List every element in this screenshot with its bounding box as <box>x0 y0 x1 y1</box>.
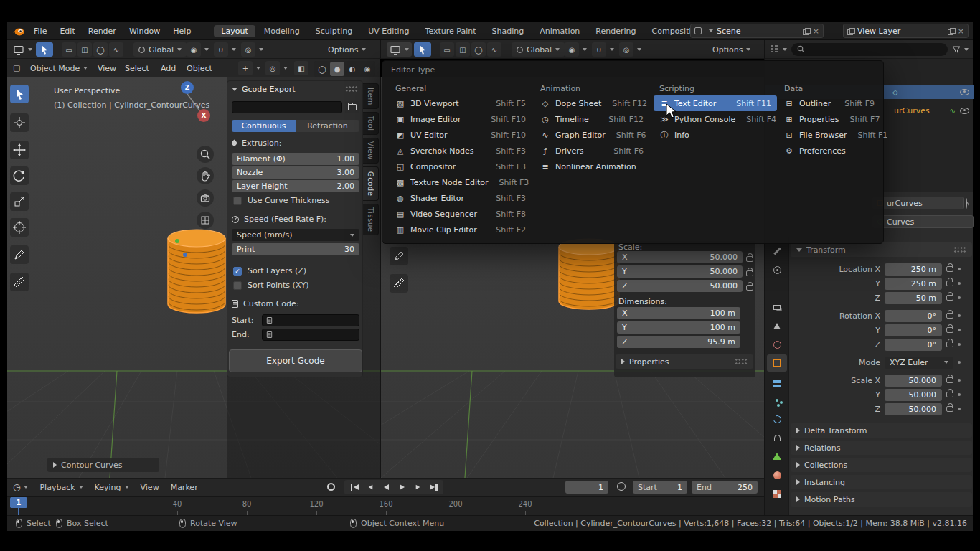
lock-icon[interactable] <box>946 281 953 286</box>
marker-menu[interactable]: Marker <box>165 483 204 492</box>
tab-modifiers[interactable] <box>767 373 787 390</box>
workspace-tab-shading[interactable]: Shading <box>485 25 532 37</box>
close-icon[interactable]: × <box>813 27 819 36</box>
lock-icon[interactable] <box>946 377 953 383</box>
lock-icon[interactable] <box>946 327 953 333</box>
frame-end-field[interactable]: End 250 <box>692 481 758 494</box>
scene-selector[interactable]: Scene × <box>690 24 824 38</box>
animate-dot[interactable] <box>958 361 961 364</box>
lock-icon[interactable] <box>746 285 753 291</box>
menu-item-preferences[interactable]: ⚙Preferences <box>778 143 880 159</box>
menu-help[interactable]: Help <box>166 22 197 40</box>
nozzle-field[interactable]: Nozzle 3.00 <box>232 166 359 179</box>
lock-icon[interactable] <box>946 406 953 412</box>
scale-z-field[interactable]: Z50.000 <box>617 280 743 292</box>
tool-cursor[interactable] <box>10 113 29 132</box>
menu-item-shader-editor[interactable]: ◍Shader EditorShift F3 <box>390 190 532 206</box>
animate-dot[interactable] <box>958 343 961 346</box>
current-frame-field[interactable]: 1 <box>565 481 608 494</box>
properties-panel-header[interactable]: Properties <box>616 354 753 369</box>
zoom-button[interactable] <box>197 146 214 163</box>
tool-annotate[interactable] <box>10 245 29 264</box>
xray-toggle[interactable]: ◧ <box>294 61 308 75</box>
view-menu[interactable]: View <box>135 483 165 492</box>
animate-dot[interactable] <box>958 296 961 299</box>
animate-dot[interactable] <box>958 268 961 270</box>
animate-dot[interactable] <box>958 314 961 317</box>
dim-z-field[interactable]: Z95.9 m <box>617 336 740 348</box>
tab-particles[interactable] <box>767 392 787 409</box>
menu-edit[interactable]: Edit <box>53 22 81 40</box>
location-x-field[interactable]: 250 m <box>885 263 942 276</box>
new-scene-icon[interactable] <box>803 28 809 34</box>
panel-collections[interactable]: Collections <box>791 458 972 472</box>
workspace-tab-animation[interactable]: Animation <box>532 25 587 37</box>
menu-item-video-sequencer[interactable]: ▤Video SequencerShift F8 <box>390 206 532 222</box>
gizmo-z-handle[interactable] <box>183 253 187 257</box>
scale-y-field[interactable]: 50.000 <box>885 389 942 401</box>
lock-icon[interactable] <box>946 295 953 301</box>
keying-menu[interactable]: Keying <box>89 483 135 492</box>
next-keyframe-button[interactable] <box>410 481 425 494</box>
menu-render[interactable]: Render <box>82 22 123 40</box>
breadcrumb-data[interactable]: Curves <box>872 215 974 228</box>
view-layer-selector[interactable]: View Layer × <box>843 24 969 38</box>
panel-motion-paths[interactable]: Motion Paths <box>791 492 972 507</box>
workspace-tab-uv-editing[interactable]: UV Editing <box>361 25 416 37</box>
close-icon[interactable]: × <box>958 27 964 36</box>
dim-y-field[interactable]: Y100 m <box>617 321 740 334</box>
menu-item-image-editor[interactable]: ▣Image EditorShift F10 <box>390 111 532 127</box>
lock-icon[interactable] <box>746 270 753 276</box>
select-box-icon[interactable]: ◫ <box>77 42 92 57</box>
gcode-path-input[interactable] <box>232 101 342 113</box>
menu-item-movie-clip-editor[interactable]: ▥Movie Clip EditorShift F2 <box>390 222 532 237</box>
workspace-tab-rendering[interactable]: Rendering <box>588 25 643 37</box>
sort-points-row[interactable]: Sort Points (XY) <box>233 281 308 290</box>
options-dropdown[interactable]: Options <box>707 42 755 57</box>
select-circle-icon[interactable]: ◯ <box>471 42 486 57</box>
menu-item-nonlinear-animation[interactable]: ≡Nonlinear Animation <box>534 159 649 174</box>
tool-transform[interactable] <box>10 218 29 237</box>
start-code-input[interactable] <box>262 314 359 326</box>
sidebar-tab-tissue[interactable]: Tissue <box>363 204 379 235</box>
menu-view[interactable]: View <box>92 60 122 77</box>
axis-x-ball[interactable]: X <box>197 109 210 122</box>
tool-move[interactable] <box>10 141 29 159</box>
menu-item-graph-editor[interactable]: ∿Graph EditorShift F6 <box>534 127 649 143</box>
options-dropdown[interactable]: Options <box>323 42 371 57</box>
filter-dropdown[interactable] <box>952 45 969 54</box>
animate-dot[interactable] <box>958 282 961 285</box>
tool-scale[interactable] <box>10 192 29 211</box>
tool-measure[interactable] <box>390 274 408 293</box>
workspace-tab-sculpting[interactable]: Sculpting <box>308 25 359 37</box>
tool-select-box[interactable] <box>10 85 29 103</box>
location-y-field[interactable]: 250 m <box>885 278 942 290</box>
scale-z-field[interactable]: 50.000 <box>885 403 942 415</box>
sidebar-tab-gcode[interactable]: Gcode <box>363 166 379 201</box>
sort-layers-row[interactable]: ✓ Sort Layers (Z) <box>233 266 306 276</box>
eye-icon[interactable] <box>960 89 969 95</box>
pan-button[interactable] <box>197 167 214 184</box>
playback-menu[interactable]: Playback <box>34 483 88 492</box>
tab-texture[interactable] <box>767 485 787 502</box>
orientation-dropdown[interactable]: Global <box>512 42 565 57</box>
viewport-3d-left[interactable]: Z X User Perspective (1) Collection | Cy… <box>7 77 380 478</box>
drag-grip-icon[interactable] <box>345 85 358 93</box>
jump-to-start-button[interactable] <box>347 481 362 494</box>
panel-header[interactable]: Gcode Export <box>227 81 362 97</box>
shading-material-icon[interactable]: ◐ <box>345 62 359 76</box>
file-browse-button[interactable] <box>345 101 359 113</box>
gizmo-toggle-dropdown[interactable]: + <box>238 61 260 75</box>
tool-rotate[interactable] <box>10 166 29 185</box>
menu-item-properties[interactable]: ⊞PropertiesShift F7 <box>778 111 880 127</box>
tab-render[interactable] <box>767 261 787 278</box>
stopwatch-icon[interactable] <box>617 482 626 491</box>
pivot-dropdown[interactable]: ◉ <box>565 42 587 57</box>
tab-constraints[interactable] <box>767 429 787 446</box>
location-z-field[interactable]: 50 m <box>885 292 942 304</box>
rotation-z-field[interactable]: 0° <box>885 339 942 351</box>
proportional-edit-dropdown[interactable]: ◎ <box>241 42 263 57</box>
select-tweak-icon[interactable]: ▭ <box>440 42 454 57</box>
tab-object[interactable] <box>767 354 787 372</box>
active-tool-button[interactable] <box>36 42 53 57</box>
